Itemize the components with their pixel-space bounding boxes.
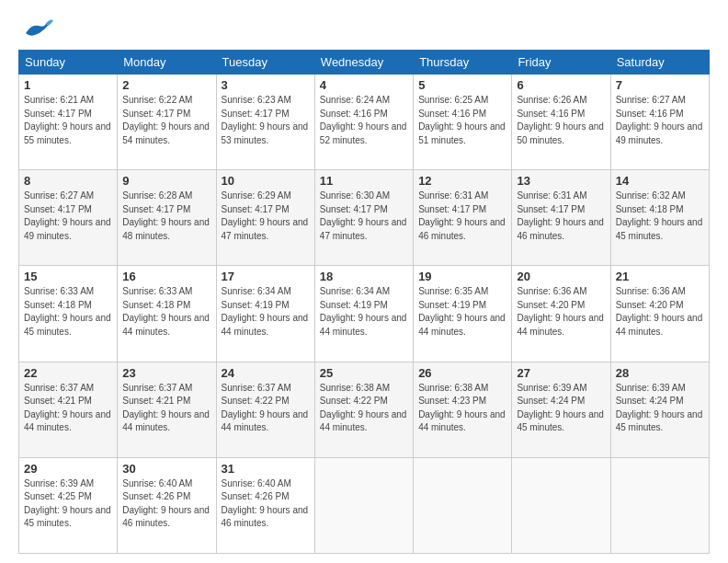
day-number: 19 xyxy=(418,270,506,283)
calendar-cell: 9Sunrise: 6:28 AMSunset: 4:17 PMDaylight… xyxy=(118,170,216,266)
day-number: 9 xyxy=(122,174,210,188)
calendar-cell: 30Sunrise: 6:40 AMSunset: 4:26 PMDayligh… xyxy=(118,457,216,553)
day-number: 27 xyxy=(517,366,605,380)
day-number: 20 xyxy=(517,270,605,283)
cell-content: Sunrise: 6:24 AMSunset: 4:16 PMDaylight:… xyxy=(320,94,408,147)
day-number: 12 xyxy=(418,174,506,188)
calendar-cell: 15Sunrise: 6:33 AMSunset: 4:18 PMDayligh… xyxy=(19,266,118,362)
calendar-cell: 2Sunrise: 6:22 AMSunset: 4:17 PMDaylight… xyxy=(118,75,216,170)
week-row-4: 22Sunrise: 6:37 AMSunset: 4:21 PMDayligh… xyxy=(19,362,710,457)
week-row-3: 15Sunrise: 6:33 AMSunset: 4:18 PMDayligh… xyxy=(19,266,710,362)
day-number: 24 xyxy=(222,366,310,380)
col-header-tuesday: Tuesday xyxy=(216,51,314,75)
cell-content: Sunrise: 6:40 AMSunset: 4:26 PMDaylight:… xyxy=(122,477,210,531)
day-number: 31 xyxy=(222,462,310,476)
calendar-cell: 1Sunrise: 6:21 AMSunset: 4:17 PMDaylight… xyxy=(19,75,118,170)
calendar-cell: 29Sunrise: 6:39 AMSunset: 4:25 PMDayligh… xyxy=(19,457,118,553)
cell-content: Sunrise: 6:36 AMSunset: 4:20 PMDaylight:… xyxy=(616,285,704,339)
day-number: 17 xyxy=(222,270,310,283)
cell-content: Sunrise: 6:37 AMSunset: 4:21 PMDaylight:… xyxy=(24,382,112,435)
day-number: 16 xyxy=(122,270,210,283)
day-number: 29 xyxy=(24,462,112,476)
day-number: 13 xyxy=(517,174,605,188)
calendar-cell: 28Sunrise: 6:39 AMSunset: 4:24 PMDayligh… xyxy=(610,362,709,457)
calendar-cell: 16Sunrise: 6:33 AMSunset: 4:18 PMDayligh… xyxy=(118,266,216,362)
cell-content: Sunrise: 6:36 AMSunset: 4:20 PMDaylight:… xyxy=(517,285,605,339)
calendar-cell: 22Sunrise: 6:37 AMSunset: 4:21 PMDayligh… xyxy=(19,362,118,457)
cell-content: Sunrise: 6:35 AMSunset: 4:19 PMDaylight:… xyxy=(418,285,506,339)
calendar-cell xyxy=(512,457,610,553)
calendar-cell: 18Sunrise: 6:34 AMSunset: 4:19 PMDayligh… xyxy=(314,266,413,362)
cell-content: Sunrise: 6:33 AMSunset: 4:18 PMDaylight:… xyxy=(24,285,112,339)
calendar-cell: 19Sunrise: 6:35 AMSunset: 4:19 PMDayligh… xyxy=(414,266,512,362)
cell-content: Sunrise: 6:34 AMSunset: 4:19 PMDaylight:… xyxy=(222,285,310,339)
logo xyxy=(18,17,59,42)
day-number: 1 xyxy=(24,78,112,92)
calendar-cell: 4Sunrise: 6:24 AMSunset: 4:16 PMDaylight… xyxy=(314,75,413,170)
cell-content: Sunrise: 6:39 AMSunset: 4:24 PMDaylight:… xyxy=(616,382,704,435)
calendar-cell: 17Sunrise: 6:34 AMSunset: 4:19 PMDayligh… xyxy=(216,266,314,362)
calendar-cell: 3Sunrise: 6:23 AMSunset: 4:17 PMDaylight… xyxy=(216,75,314,170)
day-number: 10 xyxy=(222,174,310,188)
cell-content: Sunrise: 6:37 AMSunset: 4:21 PMDaylight:… xyxy=(122,382,210,435)
day-number: 23 xyxy=(122,366,210,380)
logo-icon xyxy=(18,17,55,42)
calendar-cell: 7Sunrise: 6:27 AMSunset: 4:16 PMDaylight… xyxy=(610,75,709,170)
week-row-2: 8Sunrise: 6:27 AMSunset: 4:17 PMDaylight… xyxy=(19,170,710,266)
cell-content: Sunrise: 6:34 AMSunset: 4:19 PMDaylight:… xyxy=(320,285,408,339)
cell-content: Sunrise: 6:30 AMSunset: 4:17 PMDaylight:… xyxy=(320,190,408,243)
cell-content: Sunrise: 6:37 AMSunset: 4:22 PMDaylight:… xyxy=(222,382,310,435)
day-number: 8 xyxy=(24,174,112,188)
calendar-cell xyxy=(414,457,512,553)
day-number: 3 xyxy=(222,78,310,92)
calendar-cell: 6Sunrise: 6:26 AMSunset: 4:16 PMDaylight… xyxy=(512,75,610,170)
day-number: 25 xyxy=(320,366,408,380)
calendar-cell: 10Sunrise: 6:29 AMSunset: 4:17 PMDayligh… xyxy=(216,170,314,266)
calendar-table: SundayMondayTuesdayWednesdayThursdayFrid… xyxy=(18,50,710,554)
cell-content: Sunrise: 6:21 AMSunset: 4:17 PMDaylight:… xyxy=(24,94,112,147)
cell-content: Sunrise: 6:27 AMSunset: 4:17 PMDaylight:… xyxy=(24,190,112,243)
cell-content: Sunrise: 6:40 AMSunset: 4:26 PMDaylight:… xyxy=(222,477,310,531)
cell-content: Sunrise: 6:26 AMSunset: 4:16 PMDaylight:… xyxy=(517,94,605,147)
day-number: 18 xyxy=(320,270,408,283)
week-row-1: 1Sunrise: 6:21 AMSunset: 4:17 PMDaylight… xyxy=(19,75,710,170)
cell-content: Sunrise: 6:27 AMSunset: 4:16 PMDaylight:… xyxy=(616,94,704,147)
day-number: 30 xyxy=(122,462,210,476)
calendar-cell: 24Sunrise: 6:37 AMSunset: 4:22 PMDayligh… xyxy=(216,362,314,457)
calendar-cell: 26Sunrise: 6:38 AMSunset: 4:23 PMDayligh… xyxy=(414,362,512,457)
col-header-saturday: Saturday xyxy=(610,51,709,75)
cell-content: Sunrise: 6:38 AMSunset: 4:22 PMDaylight:… xyxy=(320,382,408,435)
calendar-cell: 13Sunrise: 6:31 AMSunset: 4:17 PMDayligh… xyxy=(512,170,610,266)
cell-content: Sunrise: 6:39 AMSunset: 4:25 PMDaylight:… xyxy=(24,477,112,531)
day-number: 21 xyxy=(616,270,704,283)
calendar-cell: 21Sunrise: 6:36 AMSunset: 4:20 PMDayligh… xyxy=(610,266,709,362)
day-number: 6 xyxy=(517,78,605,92)
calendar-cell: 14Sunrise: 6:32 AMSunset: 4:18 PMDayligh… xyxy=(610,170,709,266)
calendar-cell: 5Sunrise: 6:25 AMSunset: 4:16 PMDaylight… xyxy=(414,75,512,170)
day-number: 5 xyxy=(418,78,506,92)
page: SundayMondayTuesdayWednesdayThursdayFrid… xyxy=(0,0,728,563)
day-number: 14 xyxy=(616,174,704,188)
cell-content: Sunrise: 6:23 AMSunset: 4:17 PMDaylight:… xyxy=(222,94,310,147)
day-number: 26 xyxy=(418,366,506,380)
col-header-sunday: Sunday xyxy=(19,51,118,75)
calendar-cell: 8Sunrise: 6:27 AMSunset: 4:17 PMDaylight… xyxy=(19,170,118,266)
calendar-cell xyxy=(610,457,709,553)
calendar-cell: 23Sunrise: 6:37 AMSunset: 4:21 PMDayligh… xyxy=(118,362,216,457)
calendar-cell: 11Sunrise: 6:30 AMSunset: 4:17 PMDayligh… xyxy=(314,170,413,266)
day-number: 2 xyxy=(122,78,210,92)
day-number: 28 xyxy=(616,366,704,380)
cell-content: Sunrise: 6:29 AMSunset: 4:17 PMDaylight:… xyxy=(222,190,310,243)
header xyxy=(18,17,710,42)
day-number: 7 xyxy=(616,78,704,92)
calendar-cell: 20Sunrise: 6:36 AMSunset: 4:20 PMDayligh… xyxy=(512,266,610,362)
cell-content: Sunrise: 6:33 AMSunset: 4:18 PMDaylight:… xyxy=(122,285,210,339)
cell-content: Sunrise: 6:32 AMSunset: 4:18 PMDaylight:… xyxy=(616,190,704,243)
calendar-cell xyxy=(314,457,413,553)
calendar-cell: 27Sunrise: 6:39 AMSunset: 4:24 PMDayligh… xyxy=(512,362,610,457)
cell-content: Sunrise: 6:28 AMSunset: 4:17 PMDaylight:… xyxy=(122,190,210,243)
col-header-friday: Friday xyxy=(512,51,610,75)
week-row-5: 29Sunrise: 6:39 AMSunset: 4:25 PMDayligh… xyxy=(19,457,710,553)
cell-content: Sunrise: 6:31 AMSunset: 4:17 PMDaylight:… xyxy=(418,190,506,243)
day-number: 22 xyxy=(24,366,112,380)
